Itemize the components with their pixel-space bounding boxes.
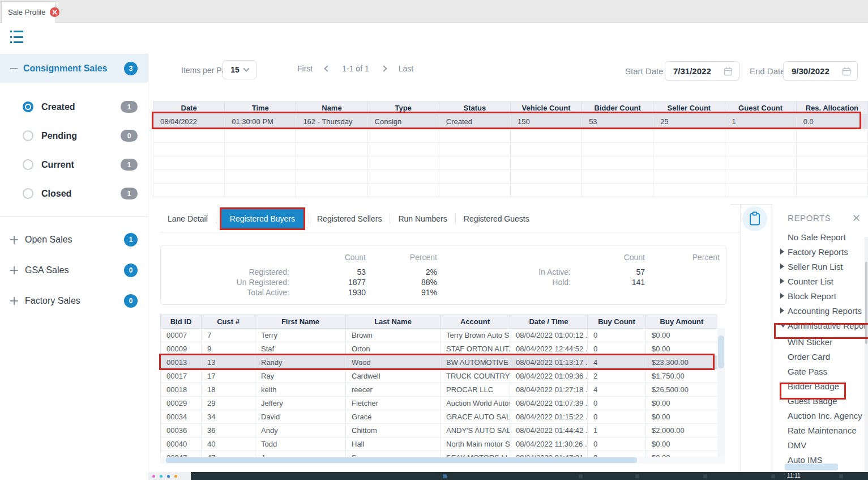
reports-clipboard-icon[interactable]: [742, 206, 767, 231]
scrollbar-thumb[interactable]: [166, 457, 637, 463]
chevron-right-icon[interactable]: [380, 65, 387, 71]
triangle-right-icon[interactable]: [780, 264, 788, 269]
taskbar-icon[interactable]: [579, 474, 583, 478]
col-date-time[interactable]: Date / Time: [510, 315, 588, 329]
col-buy-amount[interactable]: Buy Amount: [646, 315, 718, 329]
tab-sale-profile[interactable]: Sale Profile: [1, 1, 56, 23]
radio-item-closed[interactable]: Closed 1: [23, 188, 138, 199]
buyer-row[interactable]: 0003636AndyChittomANDY'S AUTO SAL...08/0…: [161, 424, 718, 437]
buyer-row[interactable]: 0003434DavidGraceGRACE AUTO SALE...08/04…: [161, 410, 718, 424]
tab-run-numbers[interactable]: Run Numbers: [390, 214, 455, 223]
app-icon[interactable]: [174, 475, 177, 478]
col-last-name[interactable]: Last Name: [346, 315, 441, 329]
col-vehicle-count[interactable]: Vehicle Count: [510, 101, 581, 114]
taskbar-icon[interactable]: [443, 474, 447, 478]
buyers-vertical-scrollbar[interactable]: [717, 328, 725, 457]
pagination-last[interactable]: Last: [399, 64, 413, 73]
col-buy-count[interactable]: Buy Count: [588, 315, 646, 329]
col-type[interactable]: Type: [367, 101, 439, 114]
expand-plus-icon[interactable]: [10, 236, 18, 244]
reports-vertical-scrollbar[interactable]: [865, 237, 868, 472]
triangle-right-icon[interactable]: [780, 293, 788, 299]
col-name[interactable]: Name: [296, 101, 367, 114]
col-guest-count[interactable]: Guest Count: [725, 101, 796, 114]
col-res-allocation[interactable]: Res. Allocation: [796, 101, 867, 114]
col-first-name[interactable]: First Name: [255, 315, 346, 329]
expand-plus-icon[interactable]: [10, 297, 18, 305]
buyer-row-partial[interactable]: 0004747J...S...SEAY MOTORS LLC...08/04/2…: [161, 451, 718, 457]
scrollbar-thumb[interactable]: [865, 262, 867, 344]
tab-registered-buyers[interactable]: Registered Buyers: [220, 207, 305, 230]
report-item-dmv[interactable]: DMV: [772, 437, 868, 452]
sidebar-section-consignment-sales[interactable]: Consignment Sales 3: [0, 54, 148, 83]
report-item-order-card[interactable]: Order Card: [772, 349, 868, 364]
tab-registered-sellers[interactable]: Registered Sellers: [309, 214, 390, 223]
radio-icon-selected[interactable]: [23, 101, 33, 112]
app-icon[interactable]: [167, 475, 170, 478]
buyer-row[interactable]: 000077TerryBrownTerry Brown Auto S...08/…: [161, 329, 718, 342]
buyer-row[interactable]: 000099StafOrtonSTAF ORTON AUT...08/04/20…: [161, 342, 718, 356]
col-status[interactable]: Status: [439, 101, 510, 114]
buyer-row[interactable]: 0001717RayCardwellTRUCK COUNTRY ...08/04…: [161, 369, 718, 383]
sales-row-selected[interactable]: 08/04/2022 01:30:00 PM 162 - Thursday Co…: [153, 114, 868, 129]
close-icon[interactable]: [853, 214, 860, 222]
report-item-block-report[interactable]: Block Report: [772, 288, 868, 303]
pagination-first[interactable]: First: [297, 64, 313, 73]
reports-horizontal-scrollbar[interactable]: [785, 464, 838, 470]
taskbar-icon[interactable]: [703, 474, 707, 478]
report-item-gate-pass[interactable]: Gate Pass: [772, 364, 868, 379]
triangle-right-icon[interactable]: [780, 249, 788, 254]
app-icon[interactable]: [152, 475, 155, 478]
buyer-row-highlighted[interactable]: 0001313RandyWoodBW AUTOMOTIVE ...08/04/2…: [161, 356, 718, 369]
report-item-counter-list[interactable]: Counter List: [772, 274, 868, 288]
tab-lane-detail[interactable]: Lane Detail: [160, 214, 216, 223]
end-date-input[interactable]: 9/30/2022: [783, 61, 858, 81]
triangle-right-icon[interactable]: [780, 308, 788, 313]
start-date-input[interactable]: 7/31/2022: [665, 61, 739, 81]
col-date[interactable]: Date: [153, 101, 225, 114]
taskbar-app-icons[interactable]: [148, 472, 191, 480]
buyer-row[interactable]: 0002929JefferyFletcherAuction World Auto…: [161, 397, 718, 410]
report-item-guest-badge[interactable]: Guest Badge: [772, 393, 868, 408]
radio-item-current[interactable]: Current 1: [23, 159, 138, 171]
report-item-auction-inc-agency[interactable]: Auction Inc. Agency: [772, 408, 868, 423]
tab-close-icon[interactable]: [50, 7, 59, 17]
col-cust-num[interactable]: Cust #: [202, 315, 255, 329]
report-item-no-sale-report[interactable]: No Sale Report: [772, 230, 868, 244]
col-time[interactable]: Time: [225, 101, 296, 114]
col-bidder-count[interactable]: Bidder Count: [582, 101, 653, 114]
radio-item-created[interactable]: Created 1: [23, 101, 138, 113]
radio-icon[interactable]: [23, 130, 33, 141]
col-seller-count[interactable]: Seller Count: [653, 101, 725, 114]
app-icon[interactable]: [160, 475, 163, 478]
triangle-down-icon[interactable]: [780, 324, 788, 328]
expand-plus-icon[interactable]: [10, 266, 18, 274]
col-bid-id[interactable]: Bid ID: [161, 315, 202, 329]
report-item-administrative-reports[interactable]: Administrative Reports: [772, 318, 868, 333]
sidebar-item-gsa-sales[interactable]: GSA Sales 0: [10, 264, 138, 277]
taskbar-icon[interactable]: [839, 474, 843, 478]
report-item-rate-maintenance[interactable]: Rate Maintenance: [772, 423, 868, 437]
menu-icon[interactable]: [10, 31, 25, 43]
buyers-horizontal-scrollbar[interactable]: [160, 457, 725, 464]
tab-registered-guests[interactable]: Registered Guests: [456, 214, 537, 223]
col-account[interactable]: Account: [441, 315, 510, 329]
report-item-seller-run-list[interactable]: Seller Run List: [772, 259, 868, 274]
report-item-factory-reports[interactable]: Factory Reports: [772, 244, 868, 259]
report-item-bidder-badge[interactable]: Bidder Badge: [772, 379, 868, 393]
radio-icon[interactable]: [23, 188, 33, 199]
sidebar-item-open-sales[interactable]: Open Sales 1: [10, 233, 138, 247]
sidebar-item-factory-sales[interactable]: Factory Sales 0: [10, 294, 138, 308]
radio-icon[interactable]: [23, 159, 33, 170]
taskbar-icon[interactable]: [771, 474, 775, 478]
report-item-accounting-reports[interactable]: Accounting Reports: [772, 303, 868, 318]
taskbar-icon[interactable]: [635, 474, 639, 478]
chevron-left-icon[interactable]: [324, 65, 331, 71]
items-per-page-select[interactable]: 15: [223, 60, 256, 79]
report-item-win-sticker[interactable]: WIN Sticker: [772, 334, 868, 349]
buyer-row[interactable]: 0001818keithreecerPROCAR LLC08/04/2022 0…: [161, 383, 718, 397]
radio-item-pending[interactable]: Pending 0: [23, 130, 138, 142]
buyer-row[interactable]: 0004040ToddHallNorth Main motor S...08/0…: [161, 437, 718, 451]
scrollbar-thumb[interactable]: [718, 335, 724, 368]
triangle-right-icon[interactable]: [780, 278, 788, 284]
